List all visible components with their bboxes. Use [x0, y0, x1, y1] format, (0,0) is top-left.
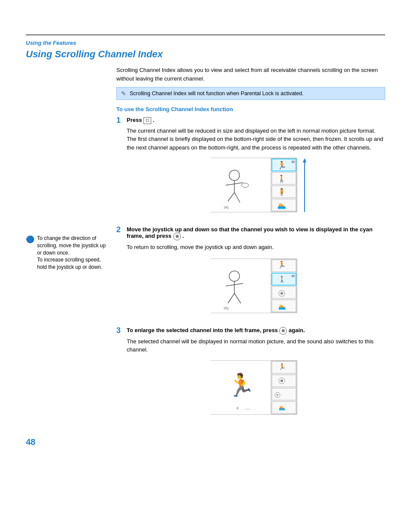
diagram-1: 10 🏃 🚶 🧍	[211, 156, 301, 214]
step-3-area: 3 To enlarge the selected channel into t…	[26, 327, 385, 429]
step-2-main: 2 Move the joystick up and down so that …	[112, 226, 385, 327]
svg-text:10: 10	[291, 160, 295, 163]
channel-index-button: ☐	[143, 117, 151, 124]
svg-text:🏊: 🏊	[277, 201, 286, 209]
svg-text:2ñ): 2ñ)	[224, 205, 229, 209]
step-3-row: 3 To enlarge the selected channel into t…	[116, 327, 385, 424]
note-icon-blue: 🔵	[26, 235, 34, 244]
return-text: To return to scrolling, move the joystic…	[127, 243, 385, 252]
svg-marker-20	[303, 158, 306, 162]
svg-rect-29	[272, 286, 296, 299]
main-content: Scrolling Channel Index allows you to vi…	[112, 66, 385, 226]
section-title: Using Scrolling Channel Index	[26, 49, 385, 60]
diagram-3: 🏃 8 ~-~ 🏃	[211, 358, 301, 417]
section-label: Using the Features	[26, 40, 385, 46]
svg-text:🏃: 🏃	[277, 161, 287, 170]
page-number: 48	[26, 437, 385, 447]
page: Using the Features Using Scrolling Chann…	[0, 34, 411, 532]
enter-button: ⊕	[173, 233, 181, 240]
step-3-action: To enlarge the selected channel into the…	[127, 327, 385, 335]
step-1-number: 1	[116, 116, 127, 125]
step-1-action: Press ☐ .	[127, 117, 385, 124]
svg-text:8: 8	[237, 406, 239, 410]
sidebar-note: 🔵 To change the direction of scrolling, …	[26, 235, 108, 271]
step-1-action-prefix: Press	[127, 117, 142, 123]
step-3-content: To enlarge the selected channel into the…	[127, 327, 385, 424]
enter-button-2: ⊕	[279, 327, 287, 335]
svg-rect-22	[211, 259, 271, 313]
svg-text:10: 10	[291, 274, 295, 277]
step-3-prefix: To enlarge the selected channel into the…	[127, 327, 278, 333]
left-sidebar	[26, 66, 112, 226]
svg-point-50	[280, 380, 283, 382]
svg-text:🏃: 🏃	[278, 363, 286, 370]
step-3-suffix: again.	[289, 327, 305, 333]
svg-rect-1	[211, 158, 271, 212]
svg-text:🏃: 🏃	[277, 261, 286, 269]
svg-rect-51	[272, 388, 296, 400]
diagram-1-container: 10 🏃 🚶 🧍	[127, 156, 385, 214]
svg-text:2ñ): 2ñ)	[224, 306, 229, 310]
step-2-area: 🔵 To change the direction of scrolling, …	[26, 226, 385, 327]
step-3-description: The selected channel will be displayed i…	[127, 337, 385, 354]
content-area: Scrolling Channel Index allows you to vi…	[26, 66, 385, 226]
svg-text:🏃: 🏃	[227, 372, 255, 398]
svg-point-31	[280, 292, 283, 295]
svg-text:🏊: 🏊	[278, 303, 286, 310]
step-3-number: 3	[116, 326, 127, 335]
note-box: ✎ Scrolling Channel Index will not funct…	[116, 87, 385, 100]
step-2-number: 2	[116, 225, 127, 234]
step-2-action: Move the joystick up and down so that th…	[127, 226, 385, 240]
note-text: Scrolling Channel Index will not functio…	[130, 90, 304, 96]
diagram-2: 🏃 10 🚶 🏊	[211, 257, 301, 315]
sidebar-note-text: To change the direction of scrolling, mo…	[37, 235, 108, 271]
svg-text:🧍: 🧍	[277, 188, 286, 196]
step-2-content: Move the joystick up and down so that th…	[127, 226, 385, 323]
svg-text:🏊: 🏊	[279, 404, 285, 411]
step-2-row: 2 Move the joystick up and down so that …	[116, 226, 385, 323]
diagram-2-container: 🏃 10 🚶 🏊	[127, 257, 385, 315]
top-rule	[26, 34, 385, 35]
svg-text:~-~: ~-~	[245, 407, 250, 411]
step-3-sidebar	[26, 327, 112, 429]
intro-text: Scrolling Channel Index allows you to vi…	[116, 66, 385, 83]
svg-text:🚶: 🚶	[277, 174, 286, 183]
step-1-content: Press ☐ . The current channel will be re…	[127, 117, 385, 222]
step-1-description: The current channel will be reduced in s…	[127, 127, 385, 152]
diagram-3-container: 🏃 8 ~-~ 🏃	[127, 358, 385, 417]
step-2-sidebar: 🔵 To change the direction of scrolling, …	[26, 226, 112, 327]
svg-text:🚶: 🚶	[278, 276, 286, 283]
svg-rect-48	[272, 375, 296, 387]
step-3-main: 3 To enlarge the selected channel into t…	[112, 327, 385, 429]
subsection-title: To use the Scrolling Channel Index funct…	[116, 106, 385, 112]
step-1-row: 1 Press ☐ . The current channel will be …	[116, 117, 385, 222]
step-2-action-text: Move the joystick up and down so that th…	[127, 226, 373, 239]
svg-point-53	[277, 394, 278, 396]
scroll-arrow	[301, 156, 308, 214]
note-icon: ✎	[121, 90, 126, 97]
